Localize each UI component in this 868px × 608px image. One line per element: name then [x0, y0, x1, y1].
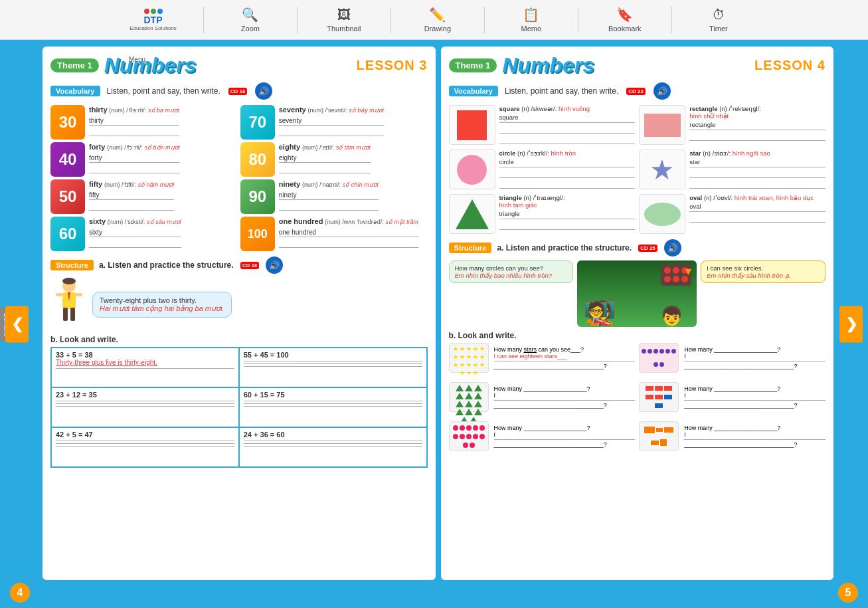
right-audio-button[interactable]: 🔊 [653, 82, 671, 100]
vocab-item-50: 50 fifty (num) /ˈfɪfti/: số năm mươi fif… [50, 179, 238, 214]
thumbnail-label: Thumbnail [327, 25, 361, 33]
square-shape [457, 110, 487, 140]
thumbnail-button[interactable]: 🖼 Thumbnail [324, 7, 364, 33]
left-vocab-header: Vocabulary Listen, point and say, then w… [50, 82, 428, 100]
timer-button[interactable]: ⏱ Timer [699, 7, 738, 33]
timer-label: Timer [709, 25, 728, 33]
word-triangle: triangle [499, 194, 522, 201]
rects-orange-count-text: How many ___________________? I ________… [684, 425, 825, 448]
zoom-icon: 🔍 [242, 7, 258, 23]
right-vocab-instruction: Listen, point and say, then write. [505, 86, 618, 96]
phonetic-triangle: (n) /ˈtraɪæŋɡl/: [523, 194, 564, 201]
menu-label: Menu [129, 56, 145, 63]
phonetic-oval: (n) /ˈoʊvl/: [704, 194, 733, 201]
bookmark-button[interactable]: 🔖 Bookmark [605, 7, 645, 33]
vocab-text-100: one hundred (num) /wʌn ˈhʌndrəd/: số một… [279, 217, 418, 248]
trans-hundred: số một trăm [385, 219, 418, 225]
pages-container: Theme 1 Menu Numbers LESSON 3 Vocabulary… [8, 40, 868, 608]
word-sixty: sixty [89, 217, 106, 225]
trans-forty: số bốn mươi [145, 144, 180, 151]
memo-button[interactable]: 📋 Memo [511, 7, 551, 33]
trans-fifty: số năm mươi [138, 181, 175, 188]
left-structure-instruction: a. Listen and practice the structure. [99, 260, 234, 270]
vocab-text-30: thirty (num) /ˈθɜːrti/: số ba mươi thirt… [89, 105, 179, 136]
word-ninety: ninety [279, 180, 300, 188]
bookmark-label: Bookmark [608, 25, 642, 33]
word-oval: oval [689, 194, 702, 201]
vocab-square: square (n) /skweər/: hình vuông square [449, 105, 636, 146]
dialogue-q-vie: Em nhìn thấy bao nhiêu hình tròn? [455, 272, 568, 279]
star-shape: ★ [650, 153, 675, 186]
writeline-thirty2 [89, 127, 179, 136]
oval-shape [644, 203, 681, 226]
right-structure-header: Structure a. Listen and practice the str… [449, 239, 826, 256]
rectangle-image-box [639, 105, 685, 145]
memo-icon: 📋 [523, 7, 539, 23]
word-fifty: fifty [89, 180, 102, 188]
dots-purple-question: How many ___________________? [684, 346, 825, 353]
eq-3: 23 + 12 = 35 [56, 391, 234, 399]
writeline-fifty: fifty [89, 191, 174, 200]
main-content: Content ❮ Theme 1 Menu Numbers LESSON 3 … [0, 40, 868, 608]
number-box-70: 70 [240, 105, 275, 140]
eq-6: 24 + 36 = 60 [244, 431, 422, 439]
vocab-text-80: eighty (num) /ˈeɪti/: số tám mươi eighty [279, 142, 371, 173]
teacher-character: 🧑‍🏫 [587, 300, 616, 327]
eq-5: 42 + 5 = 47 [56, 431, 234, 439]
zoom-button[interactable]: 🔍 Zoom [230, 7, 270, 33]
eq-4-line3 [244, 406, 422, 407]
next-page-button[interactable]: ❯ [839, 306, 863, 342]
dots-purple-answer: I [684, 353, 825, 359]
word-rectangle: rectangle [689, 105, 717, 112]
writeline-rectangle: rectangle [689, 121, 825, 130]
right-structure-audio[interactable]: 🔊 [664, 239, 681, 256]
writeline-circle2 [499, 169, 636, 178]
eq-4: 60 + 15 = 75 [244, 391, 422, 399]
right-page-title: Numbers [502, 54, 594, 76]
writeline-star2 [689, 169, 825, 178]
memo-label: Memo [521, 25, 542, 33]
vocab-text-50: fifty (num) /ˈfɪfti/: số năm mươi fifty [89, 179, 174, 211]
eq-5-line2 [56, 443, 234, 444]
writeline-seventy2 [279, 127, 384, 136]
phonetic-rectangle: (n) /ˈrektæŋɡl/: [719, 105, 761, 112]
eq-5-line1 [56, 441, 234, 441]
count-row-rects-orange: How many ___________________? I ________… [639, 421, 825, 451]
drawing-button[interactable]: ✏️ Drawing [418, 7, 458, 33]
eq-6-line2 [244, 443, 422, 444]
equations-grid: 33 + 5 = 38 Thirty-three plus five is th… [50, 347, 428, 468]
left-structure-audio[interactable]: 🔊 [266, 256, 283, 274]
writeline-eighty: eighty [279, 153, 371, 163]
prev-page-button[interactable]: ❮ [5, 306, 29, 342]
count-row-dots-purple: How many ___________________? I ________… [639, 343, 825, 373]
eq-3-line1 [56, 401, 234, 401]
left-audio-button[interactable]: 🔊 [255, 82, 272, 100]
vocab-text-70: seventy (num) /ˈsevnti/: số bảy mươi sev… [279, 105, 384, 136]
vocab-circle: circle (n) /ˈsɜːrkl/: hình tròn circle [449, 150, 636, 190]
rects-orange-image [639, 421, 679, 451]
vocab-triangle: triangle (n) /ˈtraɪæŋɡl/: hình tam giác … [449, 194, 636, 234]
left-dialogue-eng: Twenty-eight plus two is thirty. [100, 296, 224, 304]
right-structure-badge: Structure [449, 243, 492, 253]
phonetic-circle: (n) /ˈsɜːrkl/: [517, 150, 549, 157]
right-vocab-header: Vocabulary Listen, point and say, then w… [449, 82, 826, 100]
phonetic-fifty: (num) /ˈfɪfti/: [104, 181, 136, 188]
dots-pink-image [449, 421, 489, 451]
writeline-sixty: sixty [89, 228, 181, 237]
word-forty: forty [89, 143, 105, 151]
trans-square: hình vuông [559, 105, 590, 112]
phonetic-square: (n) /skweər/: [521, 105, 557, 112]
count-row-dots-pink: How many ___________________? I ________… [449, 421, 636, 451]
rects-red-count-text: How many ___________________? I ________… [684, 385, 825, 409]
left-theme-badge: Theme 1 [50, 58, 99, 72]
right-page-number: 5 [838, 583, 858, 603]
dots-pink-count-text: How many ___________________? I ________… [494, 425, 636, 448]
rectangle-shape [644, 114, 681, 137]
phonetic-seventy: (num) /ˈsevnti/: [308, 107, 347, 114]
thumbnail-icon: 🖼 [337, 7, 351, 23]
dtp-text: DTP [144, 15, 163, 25]
writeline-circle: circle [499, 158, 636, 167]
word-square: square [499, 105, 520, 112]
count-row-stars: ★★★★★ ★★★★★ ★★★★★ ★★★ How many stars can… [449, 343, 636, 373]
circle-image-box [449, 150, 495, 189]
